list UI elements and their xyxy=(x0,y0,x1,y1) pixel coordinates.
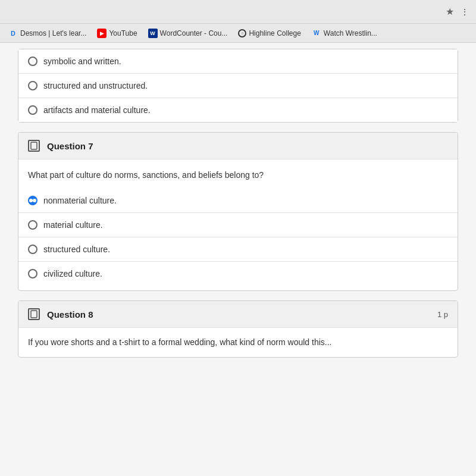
content-area: symbolic and written. structured and uns… xyxy=(0,43,476,476)
star-icon[interactable]: ★ xyxy=(444,6,456,18)
flag-icon-q8 xyxy=(30,310,37,318)
radio-material[interactable] xyxy=(28,220,37,230)
q7-option-structured-culture[interactable]: structured culture. xyxy=(18,237,458,262)
question-7-header: Question 7 xyxy=(18,133,458,159)
q7-option-civilized-text: civilized culture. xyxy=(43,269,102,278)
prev-option-structured-unstructured-text: structured and unstructured. xyxy=(43,81,148,90)
youtube-icon: ▶ xyxy=(97,29,107,38)
q7-option-material[interactable]: material culture. xyxy=(18,213,458,237)
radio-structured-unstructured[interactable] xyxy=(28,81,37,90)
bookmark-bar: D Desmos | Let's lear... ▶ YouTube W Wor… xyxy=(0,24,476,43)
bookmark-wordcounter-label: WordCounter - Cou... xyxy=(160,29,228,37)
highline-icon: ○ xyxy=(238,29,246,37)
bookmark-desmos[interactable]: D Desmos | Let's lear... xyxy=(4,27,91,40)
prev-option-structured-unstructured[interactable]: structured and unstructured. xyxy=(18,74,458,98)
question-7-number: Question 7 xyxy=(47,141,93,151)
q7-option-structured-culture-text: structured culture. xyxy=(43,245,110,254)
bookmark-wrestling[interactable]: W Watch Wrestlin... xyxy=(307,27,382,40)
prev-option-artifacts[interactable]: artifacts and material culture. xyxy=(18,98,458,122)
radio-structured-culture[interactable] xyxy=(28,245,37,254)
prev-option-symbolic-text: symbolic and written. xyxy=(43,57,121,66)
bookmark-highline-label: Highline College xyxy=(249,29,300,37)
q7-option-material-text: material culture. xyxy=(43,220,103,230)
bookmark-youtube[interactable]: ▶ YouTube xyxy=(92,27,142,40)
radio-nonmaterial[interactable] xyxy=(28,196,37,205)
svg-rect-0 xyxy=(31,142,37,149)
question-8-header: Question 8 1 p xyxy=(18,301,458,328)
wordcounter-icon: W xyxy=(148,29,158,38)
bookmark-desmos-label: Desmos | Let's lear... xyxy=(20,29,86,37)
q7-option-civilized[interactable]: civilized culture. xyxy=(18,262,458,286)
prev-option-artifacts-text: artifacts and material culture. xyxy=(43,105,151,115)
prev-question-end: symbolic and written. structured and uns… xyxy=(18,49,458,123)
desmos-icon: D xyxy=(8,29,18,38)
question-8-body: If you wore shorts and a t-shirt to a fo… xyxy=(18,328,458,357)
question-8-flag[interactable] xyxy=(28,308,40,320)
browser-toolbar: ★ ⋮ xyxy=(0,0,476,24)
bookmark-youtube-label: YouTube xyxy=(109,29,137,37)
radio-civilized[interactable] xyxy=(28,269,37,278)
radio-symbolic[interactable] xyxy=(28,57,37,66)
radio-artifacts[interactable] xyxy=(28,105,37,115)
bookmark-wordcounter[interactable]: W WordCounter - Cou... xyxy=(143,27,233,40)
question-8-card: Question 8 1 p If you wore shorts and a … xyxy=(18,300,458,358)
svg-rect-1 xyxy=(31,311,37,318)
question-8-points: 1 p xyxy=(437,310,448,319)
quiz-container: symbolic and written. structured and uns… xyxy=(0,43,476,364)
prev-option-symbolic[interactable]: symbolic and written. xyxy=(18,49,458,74)
bookmark-highline[interactable]: ○ Highline College xyxy=(233,27,305,39)
question-7-answers: nonmaterial culture. material culture. s… xyxy=(18,186,458,290)
q7-option-nonmaterial-text: nonmaterial culture. xyxy=(43,196,117,205)
flag-icon xyxy=(30,142,37,150)
q7-option-nonmaterial[interactable]: nonmaterial culture. xyxy=(18,189,458,213)
wrestling-icon: W xyxy=(312,29,321,38)
question-8-number: Question 8 xyxy=(47,309,93,320)
question-7-card: Question 7 What part of culture do norms… xyxy=(18,132,458,291)
bookmark-wrestling-label: Watch Wrestlin... xyxy=(324,29,377,37)
question-7-flag[interactable] xyxy=(28,140,40,152)
more-options-icon[interactable]: ⋮ xyxy=(458,5,471,18)
question-7-body: What part of culture do norms, sanctions… xyxy=(18,159,458,186)
